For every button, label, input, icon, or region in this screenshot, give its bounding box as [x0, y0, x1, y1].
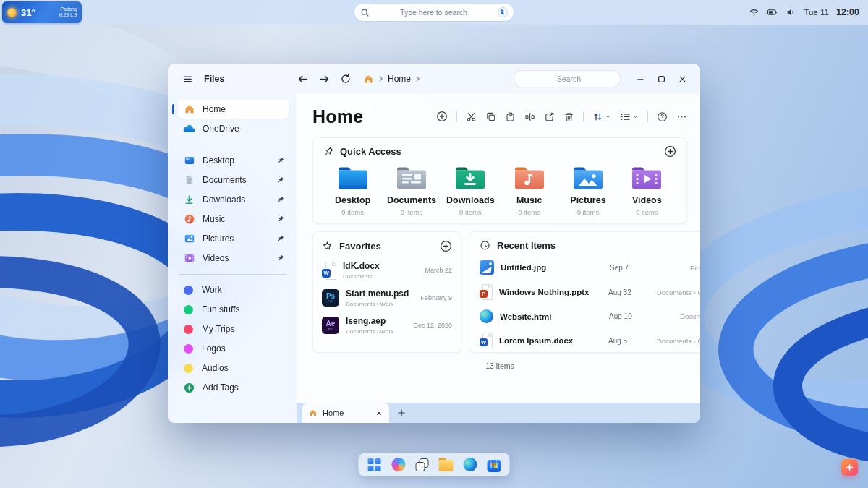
image-file-icon	[480, 260, 494, 275]
delete-button[interactable]	[563, 111, 574, 122]
rename-button[interactable]	[524, 111, 535, 122]
recent-row[interactable]: Website.html Aug 10 Documents	[480, 309, 700, 323]
tag-item-logos[interactable]: Logos	[178, 339, 289, 358]
folder-count: 9 items	[577, 208, 600, 216]
add-tags-button[interactable]: Add Tags	[178, 378, 289, 397]
edge-icon[interactable]	[463, 458, 477, 472]
pin-icon[interactable]	[276, 215, 284, 223]
favorite-row[interactable]: PsPSD Start menu.psd Documents › Work Fe…	[322, 288, 452, 307]
tag-item-audios[interactable]: Audios	[178, 359, 289, 377]
folder-tile-videos[interactable]: Videos 9 items	[618, 164, 676, 216]
breadcrumb-home[interactable]: Home	[388, 74, 411, 84]
new-item-button[interactable]	[436, 111, 448, 122]
tag-dot	[184, 286, 193, 295]
sidebar-item-onedrive[interactable]: OneDrive	[178, 119, 289, 138]
sidebar-item-videos[interactable]: Videos	[178, 249, 289, 267]
tab-home[interactable]: Home	[302, 403, 389, 423]
weather-widget[interactable]: 31° Padang H:29 L:9	[2, 1, 82, 23]
recent-row[interactable]: W Lorem Ipsum.docx Aug 5 Documents › Oth…	[480, 333, 700, 348]
tab-close-button[interactable]	[375, 409, 383, 416]
sidebar-item-label: Music	[203, 214, 225, 224]
pin-icon[interactable]	[276, 254, 284, 262]
favorite-row[interactable]: AeAEP Iseng.aep Documents › Work Dec 12,…	[322, 316, 452, 335]
tag-item-work[interactable]: Work	[178, 281, 289, 299]
bing-icon[interactable]	[498, 7, 508, 17]
new-tab-button[interactable]	[389, 403, 414, 423]
folder-tile-desktop[interactable]: Desktop 9 items	[323, 164, 382, 216]
folder-name: Pictures	[570, 195, 605, 205]
sidebar-item-pictures[interactable]: Pictures	[178, 229, 289, 248]
menu-icon[interactable]	[182, 74, 193, 85]
sidebar-item-downloads[interactable]: Downloads	[178, 190, 289, 209]
window-search-input[interactable]	[520, 74, 618, 83]
file-path: Documents › Other	[657, 337, 700, 345]
minimize-button[interactable]	[632, 71, 648, 87]
tag-item-my-trips[interactable]: My Trips	[178, 320, 289, 338]
taskview-icon[interactable]	[415, 458, 430, 472]
pin-icon[interactable]	[276, 157, 284, 165]
documents-icon	[183, 174, 195, 187]
home-icon[interactable]	[363, 74, 374, 85]
file-date: March 22	[425, 267, 452, 274]
start-icon[interactable]	[367, 458, 382, 472]
add-favorite-button[interactable]	[440, 240, 452, 252]
system-tray[interactable]: Tue 11 12:00	[749, 0, 859, 25]
sort-button[interactable]	[592, 111, 611, 122]
tag-item-fun-stuffs[interactable]: Fun stuffs	[178, 300, 289, 319]
cut-button[interactable]	[466, 111, 477, 122]
file-path: Documents	[343, 273, 380, 280]
more-button[interactable]	[676, 111, 687, 122]
explorer-icon[interactable]	[439, 458, 454, 472]
sun-icon	[7, 8, 17, 17]
folder-tile-music[interactable]: Music 9 items	[500, 164, 558, 216]
pin-icon[interactable]	[276, 196, 284, 204]
sidebar-item-label: OneDrive	[203, 124, 239, 134]
folder-name: Music	[516, 195, 542, 205]
pin-icon[interactable]	[276, 235, 284, 243]
add-quick-access-button[interactable]	[664, 145, 676, 158]
sidebar-item-music[interactable]: Music	[178, 210, 289, 228]
brand-badge[interactable]	[841, 459, 858, 476]
view-button[interactable]	[620, 111, 639, 122]
sidebar-item-desktop[interactable]: Desktop	[178, 151, 289, 170]
back-button[interactable]	[297, 73, 309, 85]
store-icon[interactable]	[487, 458, 501, 472]
paste-button[interactable]	[505, 111, 516, 122]
window-search[interactable]	[514, 70, 621, 87]
speaker-icon	[786, 7, 796, 17]
taskbar-search[interactable]	[354, 4, 514, 21]
info-button[interactable]	[657, 111, 668, 122]
folder-tile-pictures[interactable]: Pictures 9 items	[558, 164, 617, 216]
videos-icon	[183, 252, 195, 265]
file-name: Untitled.jpg	[501, 263, 603, 272]
powerpoint-file-icon: P	[480, 284, 493, 300]
folder-tile-downloads[interactable]: Downloads 9 items	[441, 164, 500, 216]
copy-button[interactable]	[485, 111, 496, 122]
taskbar-search-input[interactable]	[370, 8, 498, 17]
folder-count: 9 items	[401, 208, 423, 216]
quick-access-card: Quick Access Desktop 9 items Documents 9…	[312, 137, 687, 224]
sidebar-item-home[interactable]: Home	[178, 100, 289, 119]
sidebar-item-label: Documents	[203, 175, 247, 185]
file-path: Pictures	[690, 264, 700, 272]
aftereffects-file-icon: AeAEP	[322, 317, 339, 334]
recent-row[interactable]: Untitled.jpg Sep 7 Pictures	[480, 260, 700, 275]
forward-button[interactable]	[318, 73, 331, 85]
maximize-button[interactable]	[653, 71, 669, 87]
recent-row[interactable]: P Windows Nothing.pptx Aug 32 Documents …	[480, 284, 700, 300]
favorite-row[interactable]: W IdK.docx Documents March 22	[322, 261, 452, 280]
folder-name: Desktop	[335, 195, 370, 205]
folder-tile-documents[interactable]: Documents 9 items	[382, 164, 441, 216]
refresh-button[interactable]	[340, 73, 352, 85]
pin-icon[interactable]	[276, 176, 284, 184]
file-date: Aug 5	[608, 337, 650, 345]
copilot-icon[interactable]	[391, 458, 406, 472]
sidebar-item-documents[interactable]: Documents	[178, 171, 289, 189]
dock	[359, 453, 510, 476]
folder-count: 9 items	[518, 208, 540, 216]
weather-temperature: 31°	[21, 7, 35, 18]
tag-label: Audios	[202, 363, 229, 373]
share-button[interactable]	[544, 111, 555, 122]
close-button[interactable]	[674, 71, 690, 87]
chevron-right-icon	[378, 75, 383, 82]
